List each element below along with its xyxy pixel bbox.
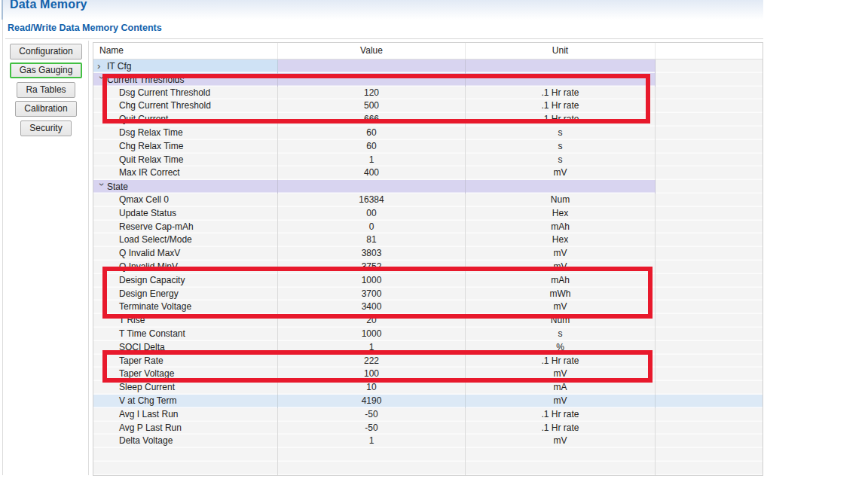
row-value-cell[interactable]: 400: [278, 166, 466, 180]
table-row[interactable]: Load Select/Mode 81 Hex: [93, 233, 763, 247]
table-row[interactable]: SOCI Delta 1 %: [93, 341, 763, 355]
row-name-cell: ›Current Thresholds: [93, 73, 278, 87]
table-row[interactable]: ›State: [93, 180, 763, 194]
table-row[interactable]: Sleep Current 10 mA: [93, 381, 763, 395]
table-row[interactable]: Chg Relax Time 60 s: [93, 140, 763, 154]
row-filler-cell: [656, 422, 763, 435]
table-row[interactable]: Quit Relax Time 1 s: [93, 154, 763, 167]
row-name-cell: [93, 462, 278, 475]
row-value-cell[interactable]: 16384: [278, 194, 466, 207]
row-value-cell[interactable]: [278, 462, 466, 475]
sidebar-item-gas-gauging[interactable]: Gas Gauging: [10, 63, 83, 78]
row-value-cell[interactable]: 20: [278, 314, 466, 328]
row-value-cell[interactable]: 60: [278, 127, 466, 140]
sidebar-item-configuration[interactable]: Configuration: [10, 44, 81, 59]
table-row[interactable]: Update Status 00 Hex: [93, 207, 763, 221]
table-row[interactable]: T Time Constant 1000 s: [93, 328, 763, 341]
row-value-cell[interactable]: [278, 448, 466, 462]
table-row[interactable]: Delta Voltage 1 mV: [93, 435, 763, 448]
table-row[interactable]: Q Invalid MinV 3752 mV: [93, 261, 763, 274]
table-row[interactable]: Design Capacity 1000 mAh: [93, 274, 763, 288]
row-name-cell: Update Status: [93, 207, 278, 221]
table-row[interactable]: Q Invalid MaxV 3803 mV: [93, 247, 763, 261]
row-name-cell: Dsg Relax Time: [93, 127, 278, 140]
row-value-cell[interactable]: 60: [278, 140, 466, 154]
row-filler-cell: [656, 368, 763, 381]
table-row[interactable]: Avg I Last Run -50 .1 Hr rate: [93, 408, 763, 422]
row-value-cell[interactable]: 3803: [278, 247, 466, 261]
table-row[interactable]: Reserve Cap-mAh 0 mAh: [93, 221, 763, 234]
row-value-cell[interactable]: [278, 73, 466, 87]
row-value-cell[interactable]: 500: [278, 99, 466, 113]
row-value-cell[interactable]: 0: [278, 221, 466, 234]
chevron-down-icon[interactable]: ›: [96, 75, 108, 85]
table-row[interactable]: [93, 448, 763, 462]
row-value-cell[interactable]: 10: [278, 381, 466, 395]
row-value-cell[interactable]: 3400: [278, 300, 466, 314]
row-name-cell: V at Chg Term: [93, 395, 278, 408]
table-row[interactable]: Terminate Voltage 3400 mV: [93, 300, 763, 314]
row-name-cell: Avg P Last Run: [93, 422, 278, 435]
row-filler-cell: [656, 154, 763, 167]
row-name-cell: Sleep Current: [93, 381, 278, 395]
table-row[interactable]: ›Current Thresholds: [93, 73, 763, 87]
row-unit-cell: [466, 59, 656, 73]
row-filler-cell: [656, 261, 763, 274]
row-value-cell[interactable]: [278, 59, 466, 73]
table-row[interactable]: [93, 462, 763, 475]
chevron-right-icon[interactable]: ›: [97, 59, 107, 72]
row-name-cell: Q Invalid MinV: [93, 261, 278, 274]
row-unit-cell: mV: [466, 166, 656, 180]
row-value-cell[interactable]: 1: [278, 154, 466, 167]
table-row[interactable]: Design Energy 3700 mWh: [93, 288, 763, 301]
row-unit-cell: mAh: [466, 221, 656, 234]
row-unit-cell: Num: [466, 194, 656, 207]
row-value-cell[interactable]: 4190: [278, 395, 466, 408]
table-row[interactable]: T Rise 20 Num: [93, 314, 763, 328]
sidebar-item-security[interactable]: Security: [20, 120, 71, 136]
table-row[interactable]: Taper Rate 222 .1 Hr rate: [93, 355, 763, 368]
row-value-cell[interactable]: 100: [278, 368, 466, 381]
table-row[interactable]: ›IT Cfg: [93, 59, 763, 73]
row-value-cell[interactable]: 1: [278, 341, 466, 355]
table-row[interactable]: Taper Voltage 100 mV: [93, 368, 763, 381]
table-row[interactable]: Dsg Current Threshold 120 .1 Hr rate: [93, 87, 763, 100]
table-row[interactable]: Avg P Last Run -50 .1 Hr rate: [93, 422, 763, 435]
table-row[interactable]: Chg Current Threshold 500 .1 Hr rate: [93, 99, 763, 113]
table-row[interactable]: Max IR Correct 400 mV: [93, 166, 763, 180]
panel-left-border-lower: [2, 20, 3, 475]
row-value-cell[interactable]: 1000: [278, 274, 466, 288]
sidebar-item-calibration[interactable]: Calibration: [15, 101, 76, 117]
row-value-cell[interactable]: 120: [278, 87, 466, 100]
row-value-cell[interactable]: 3700: [278, 288, 466, 301]
row-value-cell[interactable]: 3752: [278, 261, 466, 274]
row-unit-cell: s: [466, 328, 656, 341]
row-value-cell[interactable]: -50: [278, 422, 466, 435]
table-row[interactable]: V at Chg Term 4190 mV: [93, 395, 763, 408]
row-unit-cell: .1 Hr rate: [466, 87, 656, 100]
header-value[interactable]: Value: [278, 43, 466, 59]
row-unit-cell: s: [466, 154, 656, 167]
row-value-cell[interactable]: 666: [278, 113, 466, 127]
chevron-down-icon[interactable]: ›: [96, 183, 108, 193]
row-unit-cell: Hex: [466, 207, 656, 221]
row-name-cell: Avg I Last Run: [93, 408, 278, 422]
row-value-cell[interactable]: -50: [278, 408, 466, 422]
sidebar-item-ra-tables[interactable]: Ra Tables: [17, 82, 75, 98]
row-value-cell[interactable]: 222: [278, 355, 466, 368]
header-unit[interactable]: Unit: [466, 43, 656, 59]
row-unit-cell: .1 Hr rate: [466, 422, 656, 435]
row-value-cell[interactable]: 1000: [278, 328, 466, 341]
row-value-cell[interactable]: 1: [278, 435, 466, 448]
row-value-cell[interactable]: 00: [278, 207, 466, 221]
row-filler-cell: [656, 408, 763, 422]
header-name[interactable]: Name: [93, 43, 278, 59]
row-value-cell[interactable]: 81: [278, 233, 466, 247]
row-name-cell: ›IT Cfg: [93, 59, 278, 73]
row-name-cell: Load Select/Mode: [93, 233, 278, 247]
row-value-cell[interactable]: [278, 180, 466, 194]
table-row[interactable]: Qmax Cell 0 16384 Num: [93, 194, 763, 207]
table-row[interactable]: Quit Current 666 .1 Hr rate: [93, 113, 763, 127]
table-row[interactable]: Dsg Relax Time 60 s: [93, 127, 763, 140]
row-name-cell: Chg Relax Time: [93, 140, 278, 154]
